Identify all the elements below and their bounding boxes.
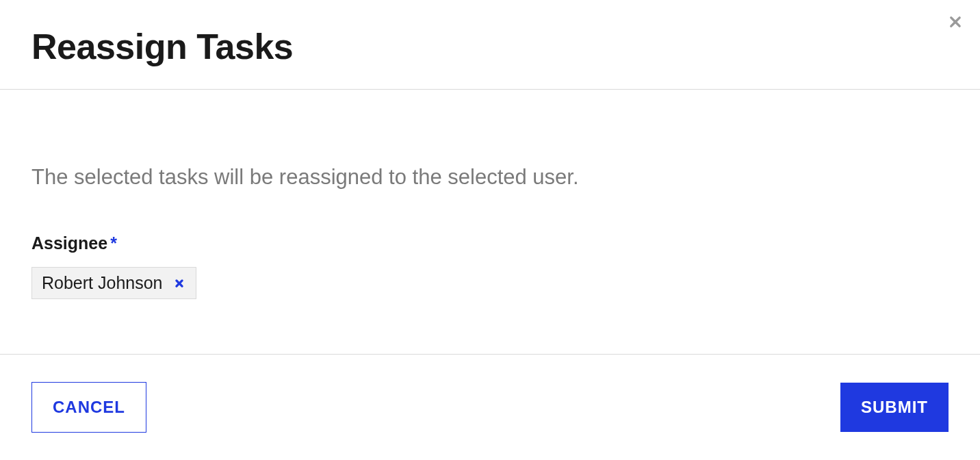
assignee-chip-label: Robert Johnson — [42, 273, 163, 293]
cancel-button[interactable]: CANCEL — [31, 382, 146, 433]
dialog-header: Reassign Tasks — [0, 0, 980, 90]
dialog-description: The selected tasks will be reassigned to… — [31, 165, 949, 190]
assignee-chip: Robert Johnson — [31, 267, 196, 299]
submit-button[interactable]: SUBMIT — [840, 383, 949, 432]
dialog-body: The selected tasks will be reassigned to… — [0, 90, 980, 340]
close-icon[interactable] — [946, 12, 965, 31]
dialog-title: Reassign Tasks — [31, 26, 949, 67]
assignee-input[interactable]: Robert Johnson — [31, 267, 949, 299]
dialog-footer: CANCEL SUBMIT — [0, 354, 980, 460]
remove-assignee-icon[interactable] — [172, 277, 186, 290]
assignee-label-text: Assignee — [31, 233, 107, 253]
assignee-field-label: Assignee* — [31, 233, 949, 253]
required-asterisk: * — [110, 233, 117, 253]
reassign-tasks-dialog: Reassign Tasks The selected tasks will b… — [0, 0, 980, 460]
